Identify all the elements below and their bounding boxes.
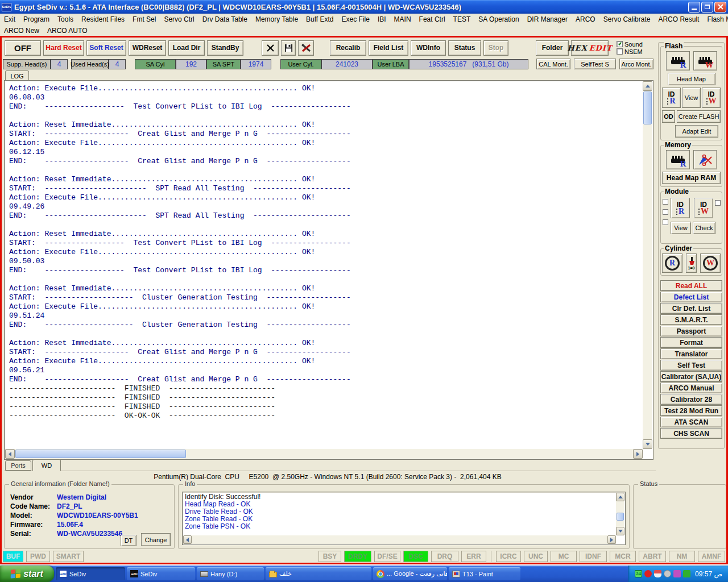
module-check-button[interactable]: Check <box>693 222 715 234</box>
tray-icon-24[interactable]: 24 <box>635 570 642 577</box>
off-button[interactable]: OFF <box>5 40 41 56</box>
wd-reset-button[interactable]: WDReset <box>129 40 166 56</box>
cylinder-write-button[interactable]: W <box>700 253 721 273</box>
scroll-left-button[interactable] <box>5 449 15 459</box>
create-flash-button[interactable]: Create FLASH <box>677 110 721 123</box>
change-button[interactable]: Change <box>141 533 171 546</box>
memory-read-button[interactable]: R <box>666 150 690 169</box>
taskbar-task-google[interactable]: ... Google - هانى رفعت <box>373 567 447 580</box>
head-map-ram-button[interactable]: Head Map RAM <box>662 172 721 184</box>
menu-exit[interactable]: Exit <box>0 15 19 23</box>
scroll-up-button[interactable] <box>643 81 652 91</box>
cylinder-read-button[interactable]: R <box>662 253 682 273</box>
info-vertical-scrollbar[interactable] <box>616 493 624 535</box>
smart-button[interactable]: S.M.A.R.T. <box>660 314 722 325</box>
menu-buff-extd[interactable]: Buff Extd <box>302 15 337 23</box>
passport-button[interactable]: Passport <box>660 326 722 336</box>
soft-reset-button[interactable]: Soft Reset <box>86 40 126 56</box>
menu-tools[interactable]: Tools <box>53 15 77 23</box>
calibrator-sa-ua-button[interactable]: Calibrator (SA,UA) <box>660 371 722 382</box>
scroll-right-button[interactable] <box>633 449 643 459</box>
scroll-thumb[interactable] <box>617 513 624 521</box>
module-view-button[interactable]: View <box>671 222 691 234</box>
menu-arco-new[interactable]: ARCO New <box>0 27 43 35</box>
flash-read-button[interactable]: R <box>666 51 690 70</box>
clr-def-list-button[interactable]: Clr Def. List <box>660 303 722 314</box>
scroll-up-button[interactable] <box>616 493 624 501</box>
taskbar-task-khalaf-folder[interactable]: خلف <box>266 567 371 580</box>
menu-resident-files[interactable]: Resident Files <box>77 15 129 23</box>
scroll-thumb[interactable] <box>643 92 652 124</box>
menu-servo-calibrate[interactable]: Servo Calibrate <box>599 15 655 23</box>
status-button[interactable]: Status <box>448 40 481 56</box>
menu-memory-table[interactable]: Memory Table <box>251 15 302 23</box>
start-button[interactable]: start <box>0 566 54 582</box>
folder-button[interactable]: Folder <box>536 40 569 56</box>
flash-write-button[interactable]: W <box>693 51 717 70</box>
tray-icon-app[interactable] <box>673 570 681 577</box>
tray-icon-network[interactable] <box>683 570 690 577</box>
standby-button[interactable]: StandBy <box>207 40 243 56</box>
clear-log-button[interactable] <box>262 40 279 56</box>
menu-exec-file[interactable]: Exec File <box>338 15 374 23</box>
chs-scan-button[interactable]: CHS SCAN <box>660 428 722 439</box>
menu-program[interactable]: Program <box>19 15 53 23</box>
scroll-thumb-horizontal[interactable] <box>15 450 186 458</box>
menu-flash-module-to-surface[interactable]: Flash Module to Surface <box>703 15 728 23</box>
load-dir-button[interactable]: Load Dir <box>168 40 205 56</box>
arco-mont-button[interactable]: Arco Mont. <box>619 59 653 69</box>
taskbar-task-paint[interactable]: T13 - Paint <box>449 567 520 580</box>
memory-edit-button[interactable] <box>693 150 717 169</box>
module-checkbox-1[interactable] <box>663 199 668 205</box>
format-button[interactable]: Format <box>660 337 722 348</box>
menu-arco-auto[interactable]: ARCO AUTO <box>43 27 91 35</box>
cal-mont-button[interactable]: CAL Mont. <box>536 59 570 69</box>
flash-view-button[interactable]: View <box>682 88 701 108</box>
dt-button[interactable]: DT <box>121 535 136 546</box>
tray-icon-volume[interactable] <box>664 570 671 577</box>
sound-checkbox[interactable]: Sound <box>617 41 643 48</box>
flash-id-write-button[interactable]: ID W <box>702 88 721 108</box>
flash-id-read-button[interactable]: ID R <box>662 88 681 108</box>
settings-button[interactable] <box>298 40 314 56</box>
close-button[interactable] <box>714 2 726 13</box>
minimize-button[interactable] <box>688 2 700 13</box>
taskbar-task-hany-d[interactable]: Hany (D:) <box>197 567 264 580</box>
tab-ports[interactable]: Ports <box>5 460 31 471</box>
restore-button[interactable] <box>701 2 713 13</box>
test-28-mod-run-button[interactable]: Test 28 Mod Run <box>660 405 722 416</box>
tray-icon-shield[interactable] <box>654 570 661 577</box>
save-log-button[interactable] <box>281 40 296 56</box>
log-horizontal-scrollbar[interactable] <box>5 449 643 459</box>
recalib-button[interactable]: Recalib <box>330 40 366 56</box>
cylinder-erase-button[interactable]: 1=0 <box>686 253 697 273</box>
menu-test[interactable]: TEST <box>449 15 475 23</box>
field-list-button[interactable]: Field List <box>369 40 408 56</box>
menu-drv-data-table[interactable]: Drv Data Table <box>198 15 251 23</box>
hex-edit-button[interactable]: HEX EDIT <box>571 40 609 56</box>
scroll-down-button[interactable] <box>643 439 652 449</box>
menu-arco-result[interactable]: ARCO Result <box>654 15 703 23</box>
head-map-button[interactable]: Head Map <box>668 73 715 85</box>
defect-list-button[interactable]: Defect List <box>660 292 722 302</box>
taskbar-task-sediv-active[interactable]: SeDiv SeDiv <box>56 567 125 580</box>
menu-sa-operation[interactable]: SA Operation <box>474 15 523 23</box>
module-checkbox-3[interactable] <box>663 219 668 225</box>
ata-scan-button[interactable]: ATA SCAN <box>660 417 722 427</box>
hard-reset-button[interactable]: Hard Reset <box>43 40 84 56</box>
translator-button[interactable]: Translator <box>660 348 722 359</box>
menu-servo-ctrl[interactable]: Servo Ctrl <box>160 15 198 23</box>
scroll-left-button[interactable] <box>183 535 192 544</box>
adapt-edit-button[interactable]: Adapt Edit <box>675 125 718 138</box>
taskbar-task-sediv-2[interactable]: SeDiv SeDiv <box>127 567 195 580</box>
calibrator-28-button[interactable]: Calibrator 28 <box>660 394 722 405</box>
scroll-down-button[interactable] <box>616 527 624 535</box>
menu-main[interactable]: MAIN <box>390 15 415 23</box>
info-horizontal-scrollbar[interactable] <box>183 535 616 544</box>
module-id-read-button[interactable]: ID R <box>671 198 690 218</box>
tab-wd[interactable]: WD <box>32 459 61 471</box>
menu-ibi[interactable]: IBI <box>374 15 390 23</box>
module-checkbox-2[interactable] <box>663 209 668 215</box>
nsem-checkbox[interactable]: NSEM <box>617 48 643 55</box>
arco-manual-button[interactable]: ARCO Manual <box>660 383 722 393</box>
